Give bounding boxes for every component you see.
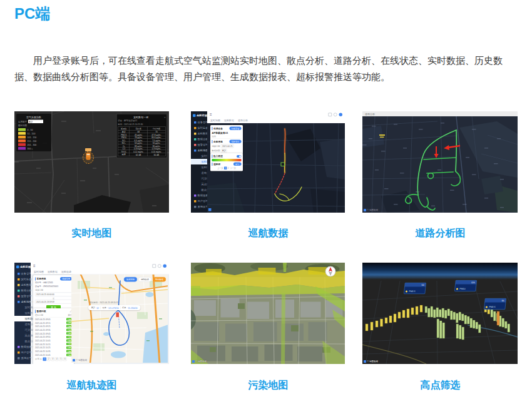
sidebar-item[interactable]: 用户管理: [14, 350, 31, 355]
sidebar-item[interactable]: 实时地图: [191, 153, 207, 159]
sidebar-item[interactable]: 巡航轨迹: [14, 316, 31, 321]
sidebar-item[interactable]: 巡航数据: [191, 159, 207, 164]
legend-swatch: [18, 128, 26, 131]
page-button[interactable]: 2: [47, 358, 51, 361]
next-page[interactable]: 下一页: [230, 167, 235, 170]
bar-tooltip: 53 PM2.5: [404, 283, 426, 294]
menu-item-label: 设备管理: [21, 272, 32, 276]
map-attribution: © 地图数据: [364, 360, 378, 363]
date-input[interactable]: 2021-04-25: [221, 144, 234, 148]
sidebar-item[interactable]: 数据报表 ▾: [191, 193, 207, 198]
sidebar-item[interactable]: 实时监测: [191, 125, 207, 131]
menu-item-icon: [21, 329, 24, 331]
switch-device-button[interactable]: 切换设备: [230, 127, 242, 131]
tab[interactable]: 实时地图: [34, 270, 44, 274]
screenshot-road-analysis: 道路分析: [362, 111, 518, 213]
prev-page[interactable]: 上一页: [217, 167, 223, 170]
live-cruise-button[interactable]: 实时走航: [230, 140, 242, 144]
hamburger-icon[interactable]: ≡: [33, 264, 36, 268]
sidebar-item[interactable]: 设备管理: [191, 119, 207, 125]
map-action-button[interactable]: 轨迹回放: [124, 277, 137, 282]
page-button[interactable]: 5: [59, 358, 63, 361]
zoom-control[interactable]: [208, 208, 212, 211]
start-date-input[interactable]: 2021-04-25 00:00:00: [35, 293, 72, 297]
sidebar-item[interactable]: 巡航轨迹: [191, 164, 207, 170]
menu-item-label: 走航数据: [198, 132, 208, 136]
tooltip-label: PM2.5: [489, 306, 495, 308]
avatar[interactable]: [339, 113, 343, 116]
sidebar-item[interactable]: 高点筛选: [14, 333, 31, 338]
opacity-button[interactable]: 默认: [233, 163, 242, 166]
tab[interactable]: 道路分析: [238, 119, 248, 123]
sidebar-item[interactable]: 数据分析: [191, 136, 207, 142]
fullscreen-icon[interactable]: [153, 264, 156, 268]
select-vehicle-button[interactable]: 选择车辆: [60, 277, 72, 281]
menu-item-label: 数据分析: [21, 289, 32, 293]
menu-item-label: 数据报表: [21, 345, 32, 349]
sidebar-item[interactable]: 道路分析: [191, 170, 207, 176]
sidebar-item[interactable]: 走航地图 ▾: [14, 299, 31, 305]
info-key: 纬度：: [122, 306, 128, 310]
card-title: 数据列表: [35, 310, 46, 313]
compass-icon[interactable]: [325, 266, 335, 276]
sidebar-item[interactable]: 走航数据: [191, 131, 207, 136]
road-map-graphic: [362, 116, 518, 213]
sidebar-item[interactable]: 报警管理: [14, 293, 31, 299]
message-icon[interactable]: [334, 113, 337, 116]
factor-input[interactable]: AQI: [28, 120, 43, 124]
heatmap-toggle[interactable]: [237, 155, 242, 158]
caption-pollution-map: 污染地图: [191, 379, 345, 392]
sidebar-item[interactable]: 污染地图: [14, 327, 31, 333]
legend-swatch: [18, 132, 26, 135]
page-button[interactable]: 3: [51, 358, 55, 361]
close-icon[interactable]: ×: [164, 116, 165, 119]
sidebar-item[interactable]: 系统设置: [14, 355, 31, 361]
vehicle-info-card: 车辆信息 选择车辆 车牌号：浙A·12345 设备号：ZH20210425001…: [33, 275, 74, 312]
sidebar-item[interactable]: 走航数据: [14, 282, 31, 288]
sidebar-item[interactable]: 道路分析: [14, 321, 31, 327]
caption-road-analysis: 道路分析图: [363, 227, 518, 240]
page-2[interactable]: 2: [228, 167, 229, 169]
sidebar-item[interactable]: 实时监测: [14, 276, 31, 282]
sidebar-item[interactable]: 系统设置: [191, 204, 207, 210]
avatar[interactable]: [163, 264, 167, 268]
sidebar-item[interactable]: 数据分析: [14, 288, 31, 293]
cruise-timestamp: 2021-04-25 09:55: [35, 336, 50, 338]
tab[interactable]: 巡航轨迹: [61, 270, 71, 274]
page-button[interactable]: 4: [55, 358, 59, 361]
sidebar-item[interactable]: 数据报表 ▾: [14, 344, 31, 350]
hamburger-icon[interactable]: ≡: [210, 113, 212, 117]
fullscreen-icon[interactable]: [329, 113, 332, 116]
map-logo-icon: [192, 360, 195, 363]
page-1[interactable]: 1: [224, 167, 227, 170]
map-action-button[interactable]: 导出数据: [153, 277, 166, 282]
end-date-input[interactable]: 2021-04-25 23:59:59: [35, 300, 72, 304]
sidebar-item[interactable]: 设备管理: [14, 271, 31, 276]
vehicle-marker[interactable]: [116, 312, 120, 318]
sidebar-item[interactable]: 污染地图: [191, 176, 207, 181]
tab[interactable]: 实时地图: [210, 119, 220, 123]
sidebar-item[interactable]: 高点筛选: [191, 181, 207, 187]
sidebar-item[interactable]: 巡航数据: [14, 310, 31, 316]
data-list-card: 数据列表 ⤢ 巡航日期 操作 2021-04-25 09:05 查看 2021-…: [33, 308, 74, 364]
page-button[interactable]: 6: [63, 358, 67, 361]
sidebar-item[interactable]: 散点分析: [191, 187, 207, 193]
sidebar-item[interactable]: 实时地图: [14, 305, 31, 310]
menu-item-icon: [194, 144, 197, 146]
type-select[interactable]: AQI: [221, 149, 227, 153]
page-button[interactable]: 1: [43, 358, 47, 361]
bar-tooltip: 96 PM2.5: [484, 298, 506, 310]
map-logo-icon: [364, 360, 366, 363]
3d-bars-map-graphic: [362, 263, 518, 364]
screenshot-cruise-track: 走航监测系统 设备管理 实时监测 走航数据: [14, 263, 169, 364]
tab[interactable]: 巡航数据: [224, 119, 234, 123]
sidebar-item[interactable]: 报警管理: [191, 142, 207, 148]
tab[interactable]: 巡航数据: [48, 270, 58, 274]
device-name: AP车载设备01: [212, 131, 242, 135]
map-action-button[interactable]: 清除轨迹: [138, 277, 151, 282]
message-icon[interactable]: [158, 264, 161, 268]
page-title: PC端: [14, 4, 50, 24]
sidebar-item[interactable]: 走航地图 ▾: [191, 148, 207, 153]
sidebar-item[interactable]: 散点分析: [14, 338, 31, 344]
sidebar-item[interactable]: 用户管理: [191, 198, 207, 204]
